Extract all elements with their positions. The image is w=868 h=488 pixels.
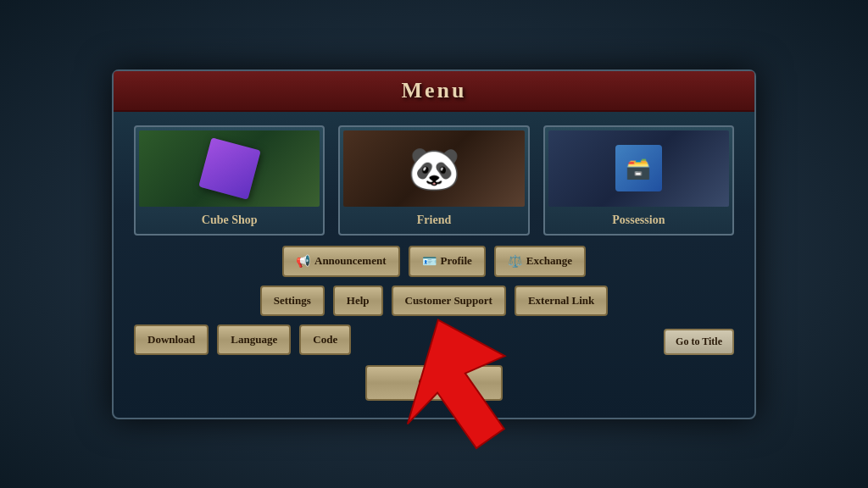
settings-button[interactable]: Settings [260, 286, 325, 316]
menu-title-bar: Menu [114, 71, 754, 112]
menu-title: Menu [402, 78, 467, 103]
friend-label: Friend [343, 212, 524, 230]
mid-row-2: Settings Help Customer Support External … [134, 286, 734, 316]
close-row: Close [134, 365, 734, 401]
profile-icon: 🪪 [422, 254, 437, 269]
cube-shop-button[interactable]: Cube Shop [134, 125, 325, 236]
customer-support-button[interactable]: Customer Support [392, 286, 506, 316]
bottom-buttons: Download Language Code [134, 324, 351, 355]
announcement-button[interactable]: 📢 Announcement [282, 246, 400, 277]
code-button[interactable]: Code [299, 324, 351, 355]
exchange-icon: ⚖️ [508, 254, 522, 269]
friend-image: 🐼 [343, 130, 524, 207]
bottom-row: Download Language Code Go to Title [134, 324, 734, 355]
external-link-button[interactable]: External Link [515, 286, 608, 316]
top-button-row: Cube Shop 🐼 Friend 🗃️ Possession [134, 125, 734, 236]
friend-icon: 🐼 [408, 147, 460, 190]
possession-button[interactable]: 🗃️ Possession [543, 125, 734, 236]
menu-panel: Menu Cube Shop 🐼 Friend 🗃️ Possession 📢 … [112, 69, 756, 419]
cube-shop-label: Cube Shop [139, 212, 320, 230]
profile-button[interactable]: 🪪 Profile [409, 246, 486, 277]
cube-shop-image [139, 130, 320, 207]
mid-row-1: 📢 Announcement 🪪 Profile ⚖️ Exchange [134, 246, 734, 277]
cube-icon [198, 137, 260, 199]
go-to-title-button[interactable]: Go to Title [664, 329, 734, 355]
friend-button[interactable]: 🐼 Friend [338, 125, 529, 236]
language-button[interactable]: Language [217, 324, 291, 355]
close-button[interactable]: Close [365, 365, 502, 401]
possession-icon: 🗃️ [615, 145, 662, 191]
download-button[interactable]: Download [134, 324, 209, 355]
exchange-button[interactable]: ⚖️ Exchange [494, 246, 586, 277]
possession-image: 🗃️ [548, 130, 729, 207]
possession-label: Possession [548, 212, 729, 230]
help-button[interactable]: Help [333, 286, 383, 316]
announcement-icon: 📢 [296, 254, 310, 269]
